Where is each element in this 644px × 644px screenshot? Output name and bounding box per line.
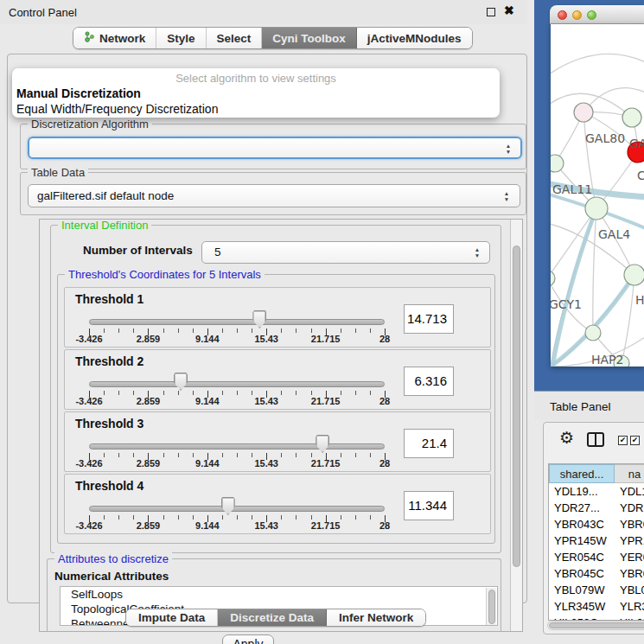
threshold-value-field[interactable]: 11.344: [404, 491, 454, 520]
tick: [252, 328, 252, 333]
table-row[interactable]: YBL079WYBL079W: [549, 582, 644, 598]
checked-checkbox-icon[interactable]: ✔: [630, 436, 640, 445]
vertical-scrollbar[interactable]: [510, 220, 522, 631]
network-view-window[interactable]: GAL80GACGAL11GAL4GCY1HHAP2: [550, 5, 644, 386]
tab-cyni-toolbox[interactable]: Cyni Toolbox: [262, 28, 357, 48]
dropdown-item[interactable]: Equal Width/Frequency Discretization: [16, 102, 218, 116]
table-cell: YDR27...: [549, 500, 615, 516]
number-of-intervals-combobox[interactable]: 5: [201, 241, 490, 264]
slider-track[interactable]: [89, 319, 385, 325]
tick: [193, 453, 194, 457]
table-panel-card: ⚙ ✔ ✔ shared...na YDL19...YDL19...YDR27.…: [543, 422, 644, 634]
tick: [178, 391, 179, 395]
tick: [296, 515, 296, 520]
table-cell: YLR345W: [615, 598, 644, 615]
table-row[interactable]: YDL19...YDL19...: [549, 483, 644, 500]
table-row[interactable]: YER054CYER054C: [549, 549, 644, 565]
tick: [222, 328, 223, 333]
list-scrollbar[interactable]: [486, 588, 496, 626]
tab-infer-network[interactable]: Infer Network: [327, 609, 425, 626]
slider-track[interactable]: [89, 443, 385, 450]
tick: [355, 391, 356, 395]
threshold-title: Threshold 3: [75, 417, 143, 430]
tick-label: 2.859: [122, 520, 174, 531]
tick: [370, 328, 371, 333]
table-row[interactable]: YLR345WYLR345W: [549, 598, 644, 615]
gear-icon[interactable]: ⚙: [559, 430, 574, 447]
tick: [104, 328, 105, 333]
column-header[interactable]: na: [615, 464, 644, 483]
slider-track[interactable]: [89, 506, 385, 512]
close-icon[interactable]: ✖: [504, 3, 514, 17]
group-title: Attributes to discretize: [54, 552, 172, 565]
table-row[interactable]: YIL052CYIL052C: [549, 615, 644, 620]
close-traffic-light-icon[interactable]: [558, 10, 567, 20]
interval-definition-group: Interval Definition Number of Intervals …: [50, 225, 501, 553]
column-header[interactable]: shared...: [549, 464, 615, 483]
panel-title: Control Panel: [9, 6, 77, 19]
tick: [133, 453, 134, 457]
tab-discretize-data[interactable]: Discretize Data: [218, 609, 327, 626]
checked-checkbox-icon[interactable]: ✔: [618, 436, 628, 445]
scrollbar-thumb[interactable]: [488, 590, 495, 624]
table-row[interactable]: YBR043CYBR043C: [549, 516, 644, 532]
slider-thumb[interactable]: [174, 373, 188, 391]
dropdown-item[interactable]: Manual Discretization: [16, 86, 141, 100]
threshold-value-field[interactable]: 14.713: [404, 304, 454, 334]
node-ga[interactable]: [622, 108, 641, 127]
network-window-titlebar[interactable]: [550, 5, 644, 24]
node-hap2[interactable]: [585, 325, 601, 341]
tick: [163, 453, 164, 457]
table-data-group: Table Data galFiltered.sif default node …: [20, 172, 526, 215]
table-panel-header: Table Panel: [534, 391, 644, 420]
slider-thumb[interactable]: [316, 435, 329, 453]
split-pane-divider[interactable]: [527, 0, 534, 644]
tick-label: 2.859: [122, 334, 174, 344]
node-gcy1[interactable]: [551, 271, 555, 286]
threshold-value-field[interactable]: 6.316: [404, 367, 454, 396]
dropdown-placeholder-item[interactable]: Select algorithm to view settings: [12, 72, 500, 85]
threshold-value-field[interactable]: 21.4: [404, 429, 454, 458]
node-gal4[interactable]: [585, 197, 608, 220]
scrollbar-thumb[interactable]: [513, 245, 520, 567]
float-panel-icon[interactable]: [487, 8, 495, 16]
threshold-panel: Threshold 3-3.4262.8599.14415.4321.71528…: [64, 411, 491, 472]
table-row[interactable]: YBR045CYBR045C: [549, 565, 644, 582]
table-row[interactable]: YDR27...YDR27...: [549, 500, 644, 516]
tab-network[interactable]: Network: [73, 28, 156, 48]
algorithm-combobox[interactable]: ▲▼: [28, 137, 522, 159]
table-cell: YDL19...: [615, 483, 644, 500]
table-cell: YLR345W: [549, 598, 615, 615]
tick: [341, 391, 341, 395]
tick: [193, 391, 194, 395]
slider-thumb[interactable]: [221, 497, 235, 515]
slider-thumb[interactable]: [252, 310, 266, 328]
node-gal80[interactable]: [574, 103, 593, 122]
threshold-title: Threshold 1: [75, 292, 143, 306]
network-canvas[interactable]: GAL80GACGAL11GAL4GCY1HHAP2: [551, 24, 644, 367]
slider-track[interactable]: [89, 381, 385, 387]
tick-label: 9.144: [182, 334, 233, 344]
tick-label: 9.144: [182, 458, 233, 469]
edge: [551, 54, 644, 76]
tick: [355, 328, 356, 333]
split-columns-icon[interactable]: [587, 432, 604, 447]
tab-style[interactable]: Style: [156, 28, 206, 48]
table-data-combobox[interactable]: galFiltered.sif default node: [28, 184, 520, 207]
tick: [133, 515, 134, 520]
edge: [551, 208, 596, 278]
node-label: GA: [629, 137, 644, 150]
list-item[interactable]: SelfLoops: [61, 587, 497, 602]
tab-jactivemnodules[interactable]: jActiveMNodules: [357, 28, 472, 48]
tab-select[interactable]: Select: [207, 28, 263, 48]
apply-button[interactable]: Apply: [222, 634, 274, 644]
node-h[interactable]: [624, 265, 644, 285]
tab-impute-data[interactable]: Impute Data: [126, 609, 218, 626]
table-row[interactable]: YPR145WYPR145W: [549, 532, 644, 549]
minimize-traffic-light-icon[interactable]: [572, 10, 582, 20]
scrollbar-thumb[interactable]: [549, 622, 644, 628]
horizontal-scrollbar[interactable]: [547, 621, 644, 630]
node-gal11[interactable]: [551, 155, 564, 172]
zoom-traffic-light-icon[interactable]: [587, 10, 596, 20]
threshold-panel: Threshold 2-3.4262.8599.14415.4321.71528…: [64, 349, 491, 410]
